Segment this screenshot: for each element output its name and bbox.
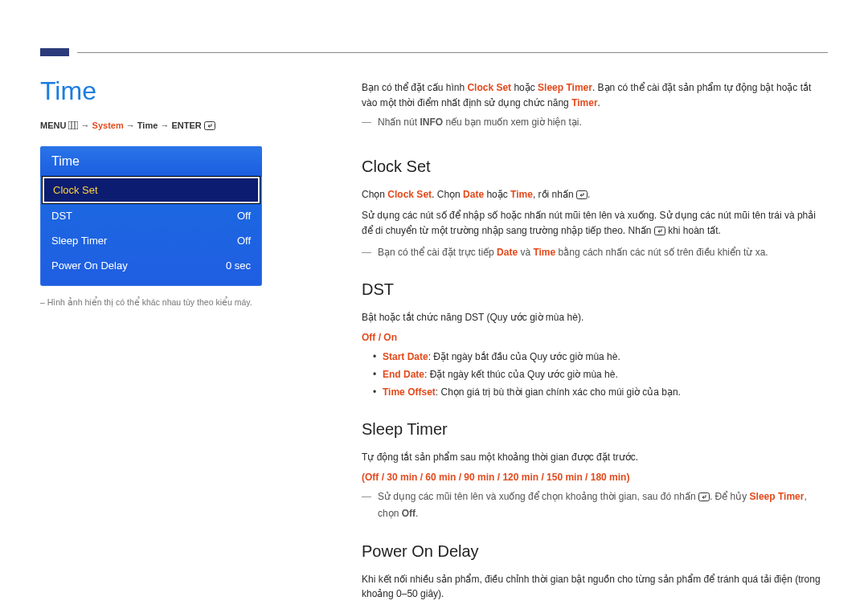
ref-start-date: Start Date	[383, 351, 428, 362]
menu-item-sleep-timer[interactable]: Sleep Timer Off	[40, 228, 262, 253]
menu-item-label: Sleep Timer	[51, 235, 107, 247]
clockset-p2: Sử dụng các nút số để nhập số hoặc nhấn …	[362, 208, 828, 239]
text: . Để hủy	[710, 491, 750, 502]
menu-grid-icon	[68, 121, 78, 131]
sleep-options: (Off / 30 min / 60 min / 90 min / 120 mi…	[362, 470, 828, 485]
header-accent	[40, 48, 69, 56]
menu-item-power-on-delay[interactable]: Power On Delay 0 sec	[40, 253, 262, 278]
menu-item-label: Power On Delay	[51, 260, 128, 272]
ref-date: Date	[463, 189, 484, 200]
header-rule	[77, 52, 828, 53]
text: , rồi nhấn	[533, 189, 576, 200]
dst-options: Off / On	[362, 330, 828, 345]
ref-end-date: End Date	[383, 369, 424, 380]
section-heading-dst: DST	[362, 277, 828, 302]
text: và	[518, 247, 533, 258]
left-column: Time MENU → System → Time → ENTER Time C…	[40, 76, 273, 307]
section-heading-sleep-timer: Sleep Timer	[362, 417, 828, 442]
left-footnote: Hình ảnh hiển thị có thể khác nhau tùy t…	[40, 297, 273, 307]
ref-sleep-timer: Sleep Timer	[750, 491, 805, 502]
menu-item-value: Off	[237, 210, 251, 222]
osd-menu-header: Time	[40, 146, 262, 177]
text: . Chọn	[432, 189, 463, 200]
arrow-text: →	[81, 121, 92, 130]
text: Bạn có thể đặt cấu hình	[362, 82, 467, 93]
dst-bullets: Start Date: Đặt ngày bắt đầu của Quy ước…	[373, 349, 828, 399]
text: Bạn có thể cài đặt trực tiếp	[378, 247, 497, 258]
osd-menu: Time Clock Set DST Off Sleep Timer Off P…	[40, 146, 262, 286]
svg-rect-0	[68, 121, 78, 129]
text: .	[416, 508, 418, 519]
text: khi hoàn tất.	[665, 225, 721, 236]
breadcrumb-menu: MENU	[40, 121, 66, 130]
breadcrumb-time: Time	[137, 121, 158, 130]
enter-icon	[204, 121, 215, 132]
text: .	[588, 189, 590, 200]
ref-clock-set: Clock Set	[467, 82, 511, 93]
clockset-p1: Chọn Clock Set. Chọn Date hoặc Time, rồi…	[362, 187, 828, 204]
breadcrumb-system: System	[92, 121, 124, 130]
list-item: Start Date: Đặt ngày bắt đầu của Quy ước…	[373, 349, 828, 365]
menu-item-label: Clock Set	[53, 184, 98, 196]
text: bằng cách nhấn các nút số trên điều khiể…	[555, 247, 768, 258]
tip-direct-set: Bạn có thể cài đặt trực tiếp Date và Tim…	[362, 245, 828, 260]
text: : Đặt ngày bắt đầu của Quy ước giờ mùa h…	[428, 351, 620, 362]
text: : Đặt ngày kết thúc của Quy ước giờ mùa …	[424, 369, 618, 380]
section-heading-power-on-delay: Power On Delay	[362, 539, 828, 564]
list-item: End Date: Đặt ngày kết thúc của Quy ước …	[373, 367, 828, 382]
intro-paragraph: Bạn có thể đặt cấu hình Clock Set hoặc S…	[362, 80, 828, 110]
menu-item-dst[interactable]: DST Off	[40, 203, 262, 228]
page-title: Time	[40, 76, 273, 106]
power-p1: Khi kết nối nhiều sản phẩm, điều chỉnh t…	[362, 572, 828, 602]
ref-timer: Timer	[571, 97, 597, 108]
ref-time-offset: Time Offset	[383, 386, 436, 398]
ref-clock-set: Clock Set	[387, 189, 432, 200]
section-heading-clock-set: Clock Set	[362, 154, 828, 179]
ref-sleep-timer: Sleep Timer	[538, 82, 592, 93]
text: hoặc	[484, 189, 510, 200]
ref-date: Date	[497, 247, 518, 258]
dst-p1: Bật hoặc tắt chức năng DST (Quy ước giờ …	[362, 310, 828, 325]
enter-icon	[698, 491, 710, 506]
text: hoặc	[511, 82, 538, 93]
text: Nhấn nút	[378, 116, 420, 128]
text: : Chọn giá trị bù thời gian chính xác ch…	[436, 386, 681, 398]
tip-info: Nhấn nút INFO nếu bạn muốn xem giờ hiện …	[362, 115, 828, 130]
text: nếu bạn muốn xem giờ hiện tại.	[443, 116, 582, 128]
ref-info: INFO	[420, 116, 443, 128]
sleep-p1: Tự động tắt sản phẩm sau một khoảng thời…	[362, 450, 828, 465]
arrow-text: →	[160, 121, 171, 130]
menu-item-clock-set[interactable]: Clock Set	[43, 177, 260, 203]
text: Chọn	[362, 189, 387, 200]
right-column: Bạn có thể đặt cấu hình Clock Set hoặc S…	[362, 80, 828, 607]
text: Sử dụng các mũi tên lên và xuống để chọn…	[378, 491, 698, 502]
list-item: Time Offset: Chọn giá trị bù thời gian c…	[373, 385, 828, 400]
menu-item-value: 0 sec	[226, 260, 251, 272]
text: .	[598, 97, 600, 108]
ref-off: Off	[402, 508, 416, 519]
text: Sử dụng các nút số để nhập số hoặc nhấn …	[362, 210, 816, 236]
breadcrumb-enter: ENTER	[171, 121, 201, 130]
menu-item-label: DST	[51, 210, 72, 222]
menu-item-value: Off	[237, 235, 251, 247]
enter-icon	[654, 225, 665, 240]
enter-icon	[576, 189, 588, 204]
breadcrumb: MENU → System → Time → ENTER	[40, 121, 273, 132]
ref-time: Time	[533, 247, 555, 258]
arrow-text: →	[126, 121, 137, 130]
tip-sleep: Sử dụng các mũi tên lên và xuống để chọn…	[362, 489, 828, 521]
ref-time: Time	[510, 189, 533, 200]
